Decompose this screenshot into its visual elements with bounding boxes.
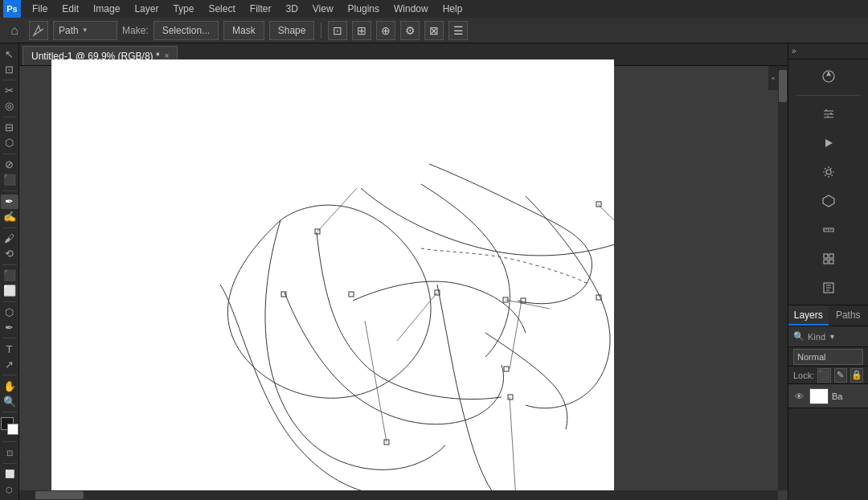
menu-view[interactable]: View	[306, 2, 340, 16]
vertical-scrollbar-thumb[interactable]	[779, 70, 787, 102]
gradient-tool[interactable]: ⬜	[1, 283, 18, 297]
canvas-area: Untitled-1 @ 69.9% (RGB/8) * ×	[19, 43, 788, 500]
svg-marker-22	[825, 139, 833, 147]
horizontal-scrollbar[interactable]	[19, 490, 778, 500]
menu-layer[interactable]: Layer	[128, 2, 165, 16]
path-align-icon[interactable]: ⊠	[424, 21, 444, 40]
blend-mode-dropdown[interactable]: Normal	[793, 349, 863, 365]
selection-button[interactable]: Selection...	[154, 21, 219, 40]
quick-mask-tool[interactable]: ⊡	[1, 445, 18, 460]
screen-mode-tool[interactable]: ⬜	[1, 467, 18, 482]
collapse-arrow-icon: »	[792, 47, 796, 55]
path-mode-arrow: ▼	[82, 27, 88, 34]
path-mode-label: Path	[59, 25, 79, 36]
mask-button[interactable]: Mask	[223, 21, 264, 40]
tool-sep-5	[2, 227, 17, 228]
sun-icon[interactable]	[815, 158, 842, 186]
history-tool[interactable]: ⟲	[1, 247, 18, 261]
shape-tool[interactable]: ⬡	[1, 305, 18, 319]
3d-icon[interactable]	[815, 187, 842, 215]
extra-options-icon[interactable]: ☰	[448, 21, 468, 40]
shape-button[interactable]: Shape	[269, 21, 315, 40]
text-tool[interactable]: T	[1, 342, 18, 356]
zoom-tool[interactable]: 🔍	[1, 394, 18, 408]
tool-sep-1	[2, 80, 17, 80]
lock-label: Lock:	[793, 371, 814, 380]
menu-bar: Ps File Edit Image Layer Type Select Fil…	[0, 0, 868, 18]
panel-tabs: Layers Paths	[788, 305, 868, 326]
path-mode-dropdown[interactable]: Path ▼	[53, 21, 117, 40]
adjustments-icon[interactable]	[815, 100, 842, 128]
layer-row[interactable]: 👁 Ba	[788, 384, 868, 408]
color-picker	[1, 417, 18, 438]
right-panel: »	[788, 43, 868, 500]
align-left-icon[interactable]: ⊡	[328, 21, 347, 40]
pen-path-tool[interactable]: ✒	[1, 320, 18, 334]
hand-tool[interactable]: ✋	[1, 379, 18, 393]
clone-tool[interactable]: 🖌	[1, 232, 18, 246]
panel-collapse-button[interactable]: «	[768, 66, 778, 90]
eyedropper-tool[interactable]: ⊘	[1, 158, 18, 172]
home-button[interactable]: ⌂	[5, 21, 24, 40]
menu-help[interactable]: Help	[436, 2, 469, 16]
options-bar: ⌂ Path ▼ Make: Selection... Mask Shape ⊡…	[0, 18, 868, 43]
tool-sep-12	[2, 463, 17, 464]
icon-sep-1	[796, 95, 861, 96]
horizontal-scrollbar-thumb[interactable]	[35, 491, 84, 499]
kind-dropdown-arrow[interactable]: ▼	[829, 333, 836, 341]
background-color[interactable]	[7, 424, 18, 435]
svg-rect-26	[824, 260, 828, 264]
move-tool[interactable]: ↖	[1, 47, 18, 61]
menu-3d[interactable]: 3D	[279, 2, 304, 16]
tool-sep-8	[2, 338, 17, 338]
path-settings-icon[interactable]: ⚙	[400, 21, 420, 40]
path-ops-icon[interactable]: ⊕	[376, 21, 395, 40]
selection-tool[interactable]: ⊡	[1, 62, 18, 76]
artboard-tool[interactable]: ⬡	[1, 482, 18, 497]
menu-plugins[interactable]: Plugins	[342, 2, 386, 16]
menu-window[interactable]: Window	[387, 2, 435, 16]
eraser-tool[interactable]: ⬛	[1, 268, 18, 282]
ruler-icon[interactable]	[815, 216, 842, 244]
path-select-tool[interactable]: ↗	[1, 357, 18, 371]
tool-sep-9	[2, 375, 17, 375]
layers-tab[interactable]: Layers	[788, 305, 829, 326]
menu-image[interactable]: Image	[87, 2, 126, 16]
align-distribute-icon[interactable]: ⊞	[352, 21, 371, 40]
navigator-icon[interactable]	[815, 63, 842, 90]
lasso-tool[interactable]: ✂	[1, 84, 18, 98]
menu-filter[interactable]: Filter	[244, 2, 278, 16]
left-toolbar: ↖ ⊡ ✂ ◎ ⊟ ⬡ ⊘ ⬛ ✒ ✍ 🖌 ⟲ ⬛ ⬜ ⬡ ✒ T ↗ ✋ 🔍	[0, 43, 19, 500]
healing-tool[interactable]: ⬛	[1, 173, 18, 187]
layer-thumbnail	[809, 388, 829, 404]
menu-file[interactable]: File	[26, 2, 54, 16]
tool-sep-2	[2, 117, 17, 117]
layer-visibility-btn[interactable]: 👁	[792, 389, 806, 404]
canvas	[51, 59, 614, 500]
lock-pixels-btn[interactable]: ⬛	[817, 368, 830, 383]
main-row: ↖ ⊡ ✂ ◎ ⊟ ⬡ ⊘ ⬛ ✒ ✍ 🖌 ⟲ ⬛ ⬜ ⬡ ✒ T ↗ ✋ 🔍	[0, 43, 868, 500]
brush-tool[interactable]: ✍	[1, 210, 18, 224]
grid-icon[interactable]	[815, 245, 842, 273]
menu-select[interactable]: Select	[202, 2, 241, 16]
menu-edit[interactable]: Edit	[55, 2, 85, 16]
paths-tab[interactable]: Paths	[829, 305, 869, 326]
play-icon[interactable]	[815, 129, 842, 157]
properties-icon[interactable]	[815, 274, 842, 301]
right-panel-collapse[interactable]: »	[788, 43, 868, 59]
ps-logo: Ps	[3, 0, 21, 18]
marquee-tool[interactable]: ◎	[1, 99, 18, 113]
tool-sep-10	[2, 412, 17, 412]
vertical-scrollbar[interactable]	[778, 66, 788, 490]
menu-type[interactable]: Type	[166, 2, 200, 16]
svg-rect-27	[829, 260, 833, 264]
crop-tool[interactable]: ⊟	[1, 121, 18, 135]
make-label: Make:	[122, 25, 149, 36]
frame-tool[interactable]: ⬡	[1, 136, 18, 150]
lock-all-btn[interactable]: 🔒	[850, 368, 863, 383]
panel-icons	[788, 59, 868, 305]
pen-tool[interactable]: ✒	[1, 195, 18, 209]
kind-label: Kind	[808, 332, 825, 342]
panel-search-bar: 🔍 Kind ▼	[788, 326, 868, 347]
lock-position-btn[interactable]: ✎	[834, 368, 847, 383]
